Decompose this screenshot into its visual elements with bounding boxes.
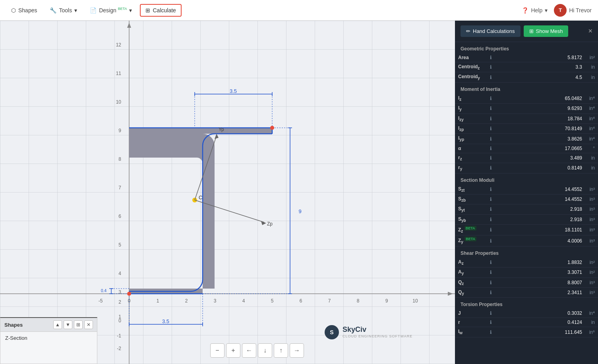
svg-text:1: 1: [157, 298, 159, 304]
pencil-icon: ✏: [466, 28, 470, 34]
table-row: Zy BETA ℹ 4.0006 in³: [455, 235, 598, 246]
pan-right-button[interactable]: →: [290, 343, 304, 358]
pan-left-button[interactable]: ←: [242, 343, 256, 358]
mesh-icon: ⊞: [529, 28, 534, 34]
canvas-svg: 12 11 10 9 8 7 6 5 4 3 2 1 0 -1 -2 0 1 2…: [0, 21, 455, 364]
table-row: ry ℹ 0.8149 in: [455, 163, 598, 173]
svg-text:6: 6: [118, 214, 121, 219]
svg-text:C: C: [199, 195, 202, 200]
table-row: Centroidy ℹ 4.5 in: [455, 72, 598, 82]
svg-text:5: 5: [118, 242, 121, 248]
svg-text:0: 0: [118, 318, 121, 324]
pan-up-button[interactable]: ↑: [274, 343, 288, 358]
inertia-title: Moment of Inertia: [455, 83, 598, 94]
svg-text:-2: -2: [117, 346, 121, 351]
svg-text:2: 2: [118, 299, 121, 305]
svg-text:8: 8: [118, 156, 121, 162]
table-row: Ay ℹ 3.3071 in²: [455, 268, 598, 277]
table-row: Szt ℹ 14.4552 in³: [455, 185, 598, 195]
shapes-title: Shapes: [4, 322, 23, 328]
help-chevron: ▾: [545, 7, 548, 13]
table-row: Iz ℹ 65.0482 in⁴: [455, 94, 598, 104]
shapes-controls: ▲ ▼ ⊞ ✕: [53, 320, 93, 329]
svg-text:CLOUD ENGINEERING SOFTWARE: CLOUD ENGINEERING SOFTWARE: [343, 334, 412, 338]
shapes-move-down[interactable]: ▼: [64, 320, 72, 329]
table-row: Iyp ℹ 3.8626 in⁴: [455, 134, 598, 144]
nav-shapes[interactable]: ⬡ Shapes: [6, 5, 42, 16]
geometric-title: Geometric Properties: [455, 42, 598, 53]
svg-marker-4: [127, 23, 131, 28]
nav-user[interactable]: T Hi Trevor: [554, 4, 592, 17]
close-button[interactable]: ×: [588, 27, 592, 35]
torsion-table: J ℹ 0.3032 in⁴ r ℹ 0.4124 in Iw ℹ 111.64…: [455, 309, 598, 337]
svg-text:-1: -1: [117, 333, 121, 339]
table-row: Centroidz ℹ 3.3 in: [455, 62, 598, 72]
canvas-toolbar: − + ← ↓ ↑ →: [210, 343, 304, 358]
moduli-title: Section Moduli: [455, 173, 598, 185]
shapes-move-up[interactable]: ▲: [53, 320, 62, 329]
svg-text:1: 1: [118, 314, 121, 320]
design-icon: 📄: [90, 7, 97, 13]
svg-text:Yp: Yp: [219, 127, 224, 132]
nav-help[interactable]: ❓ Help ▾: [522, 7, 548, 13]
table-row: Iw ℹ 111.645 in⁶: [455, 327, 598, 337]
table-row: Iy ℹ 9.6293 in⁴: [455, 104, 598, 114]
zoom-out-button[interactable]: −: [210, 343, 224, 358]
svg-text:10: 10: [412, 298, 418, 304]
svg-text:10: 10: [116, 99, 122, 105]
svg-marker-72: [261, 221, 266, 225]
calculate-icon: ⊞: [145, 7, 150, 13]
svg-text:11: 11: [116, 71, 122, 76]
shape-item-zsection[interactable]: Z-Section: [2, 333, 95, 343]
svg-text:12: 12: [116, 42, 122, 48]
inertia-table: Iz ℹ 65.0482 in⁴ Iy ℹ 9.6293 in⁴ Izy ℹ 1…: [455, 94, 598, 173]
table-row: Az ℹ 1.8832 in²: [455, 258, 598, 268]
right-panel: ✏ Hand Calculations ⊞ Show Mesh × Geomet…: [455, 21, 598, 364]
nav-design[interactable]: 📄 Design BETA ▾: [85, 4, 137, 16]
table-row: rz ℹ 3.489 in: [455, 153, 598, 163]
torsion-title: Torsion Properties: [455, 298, 598, 309]
show-mesh-button[interactable]: ⊞ Show Mesh: [524, 25, 569, 37]
design-chevron: ▾: [129, 7, 132, 13]
table-row: Izp ℹ 70.8149 in⁴: [455, 123, 598, 133]
top-nav: ⬡ Shapes 🔧 Tools ▾ 📄 Design BETA ▾ ⊞ Cal…: [0, 0, 598, 21]
svg-text:3: 3: [214, 298, 217, 304]
svg-text:-5: -5: [99, 298, 103, 304]
table-row: Zz BETA ℹ 18.1101 in³: [455, 225, 598, 235]
nav-tools[interactable]: 🔧 Tools ▾: [45, 5, 82, 16]
svg-point-74: [325, 325, 339, 339]
pan-down-button[interactable]: ↓: [258, 343, 272, 358]
shapes-header: Shapes ▲ ▼ ⊞ ✕: [0, 318, 97, 332]
nav-calculate[interactable]: ⊞ Calculate: [140, 4, 181, 17]
table-row: r ℹ 0.4124 in: [455, 318, 598, 327]
svg-rect-1: [0, 21, 455, 364]
svg-text:0: 0: [128, 298, 131, 304]
table-row: Szb ℹ 14.4552 in³: [455, 194, 598, 204]
hand-calculations-button[interactable]: ✏ Hand Calculations: [461, 25, 521, 37]
shapes-panel: Shapes ▲ ▼ ⊞ ✕ Z-Section: [0, 317, 97, 364]
svg-text:6: 6: [300, 298, 302, 304]
svg-point-66: [192, 198, 197, 202]
zoom-in-button[interactable]: +: [226, 343, 240, 358]
panel-header: ✏ Hand Calculations ⊞ Show Mesh ×: [455, 21, 598, 42]
table-row: Izy ℹ 18.784 in⁴: [455, 114, 598, 123]
svg-text:Zp: Zp: [267, 221, 273, 227]
svg-point-65: [270, 126, 274, 130]
help-icon: ❓: [522, 7, 528, 13]
shapes-delete[interactable]: ✕: [84, 320, 93, 329]
svg-text:9: 9: [118, 128, 121, 133]
moduli-table: Szt ℹ 14.4552 in³ Szb ℹ 14.4552 in³ Syt …: [455, 185, 598, 247]
svg-marker-69: [215, 134, 219, 139]
svg-marker-5: [448, 292, 453, 296]
shear-table: Az ℹ 1.8832 in² Ay ℹ 3.3071 in² Qz ℹ 8.8…: [455, 258, 598, 298]
svg-text:3: 3: [118, 289, 121, 295]
table-row: Qz ℹ 8.8007 in³: [455, 277, 598, 287]
geometric-table: Area ℹ 5.8172 in² Centroidz ℹ 3.3 in Cen…: [455, 53, 598, 83]
tools-chevron: ▾: [74, 7, 77, 13]
svg-text:3.5: 3.5: [230, 88, 237, 94]
tools-icon: 🔧: [50, 7, 56, 13]
table-row: Syb ℹ 2.918 in³: [455, 214, 598, 224]
svg-text:5: 5: [271, 298, 274, 304]
shapes-copy[interactable]: ⊞: [74, 320, 83, 329]
shapes-icon: ⬡: [11, 7, 16, 13]
